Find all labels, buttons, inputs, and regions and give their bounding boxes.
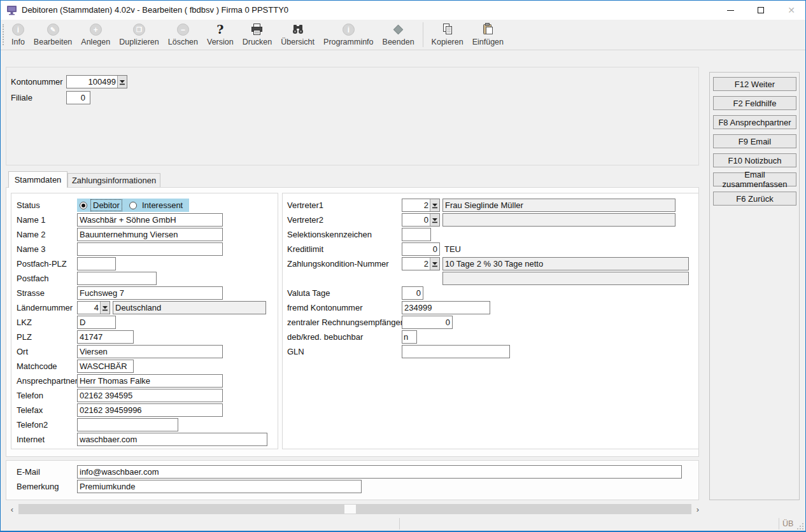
ansprechpartner-input[interactable] — [77, 374, 223, 388]
vertreter2-label: Vertreter2 — [287, 213, 323, 227]
maximize-icon — [758, 7, 764, 13]
telefon-label: Telefon — [17, 389, 43, 402]
toolbar-uebersicht-button[interactable]: Übersicht — [276, 20, 319, 50]
overwrite-mode-indicator: ÜB — [782, 516, 793, 531]
toolbar-anlegen-button[interactable]: + Anlegen — [76, 20, 115, 50]
debitor-radio[interactable] — [80, 202, 87, 209]
name1-input[interactable] — [77, 213, 223, 227]
filiale-label: Filiale — [11, 91, 32, 104]
name3-input[interactable] — [77, 242, 223, 256]
toolbar-bearbeiten-button[interactable]: ✎ Bearbeiten — [29, 20, 76, 50]
maximize-button[interactable] — [748, 1, 774, 20]
selektionskennzeichen-label: Selektionskennzeichen — [287, 228, 372, 241]
strasse-label: Strasse — [17, 286, 45, 300]
gln-input[interactable] — [402, 345, 510, 358]
postfach-input[interactable] — [77, 272, 157, 285]
laendernummer-dropdown-button[interactable] — [100, 302, 110, 314]
selektionskennzeichen-input[interactable] — [402, 228, 431, 241]
name3-label: Name 3 — [17, 242, 46, 256]
laendernummer-input[interactable] — [78, 302, 100, 314]
kreditlimit-input[interactable] — [402, 242, 440, 256]
valuta-tage-label: Valuta Tage — [287, 286, 330, 300]
scroll-left-button[interactable]: ‹ — [6, 504, 18, 514]
kontonummer-input[interactable] — [67, 76, 117, 88]
name1-label: Name 1 — [17, 213, 46, 227]
laendernummer-combo — [77, 301, 110, 314]
toolbar-beenden-button[interactable]: Beenden — [378, 20, 419, 50]
vertreter2-text-field — [442, 213, 675, 227]
telefon2-input[interactable] — [77, 418, 178, 431]
app-window: Debitoren (Stammdaten) 4.02v - Bearbeite… — [0, 0, 806, 532]
f12-weiter-button[interactable]: F12 Weiter — [713, 77, 796, 91]
vertreter1-dropdown-button[interactable] — [430, 199, 439, 211]
interessent-radio-label[interactable]: Interessent — [140, 200, 185, 211]
plz-input[interactable] — [77, 330, 134, 344]
close-button[interactable]: ✕ — [779, 1, 804, 20]
name2-input[interactable] — [77, 228, 223, 241]
toolbar-version-button[interactable]: ? Version — [202, 20, 238, 50]
plz-label: PLZ — [17, 330, 32, 344]
email-zusammenfassen-button[interactable]: Email zusammenfassen — [713, 172, 796, 186]
vertreter2-dropdown-button[interactable] — [430, 214, 439, 226]
f9-email-button[interactable]: F9 Email — [713, 134, 796, 148]
postfach-plz-input[interactable] — [77, 257, 116, 270]
matchcode-input[interactable] — [77, 360, 134, 373]
vertreter1-input[interactable] — [402, 199, 430, 211]
info-icon: i — [12, 24, 24, 36]
toolbar-einfuegen-button[interactable]: Einfügen — [468, 20, 508, 50]
toolbar-info-button[interactable]: i Info — [7, 20, 29, 50]
filiale-input[interactable] — [66, 91, 90, 104]
statusbar-separator — [399, 518, 400, 529]
f8-ansprechpartner-button[interactable]: F8 Ansprechpartner — [713, 115, 796, 129]
status-radio-group: Debitor Interessent — [77, 199, 189, 212]
scrollbar-thumb[interactable] — [344, 505, 356, 514]
kontonummer-dropdown-button[interactable] — [117, 76, 127, 88]
minimize-button[interactable] — [718, 1, 743, 20]
zentraler-rechnungsempfaenger-input[interactable] — [402, 316, 453, 329]
resize-grip[interactable] — [797, 523, 803, 529]
tab-stammdaten[interactable]: Stammdaten — [8, 171, 67, 188]
toolbar-loeschen-button[interactable]: − Löschen — [164, 20, 202, 50]
bemerkung-input[interactable] — [77, 480, 362, 493]
fremd-kontonummer-input[interactable] — [402, 301, 490, 314]
toolbar-gripper[interactable] — [3, 24, 4, 45]
interessent-radio[interactable] — [129, 202, 137, 209]
zahlungskondition-dropdown-button[interactable] — [430, 258, 439, 270]
plus-icon: + — [90, 24, 102, 36]
deb-kred-bebuchbar-input[interactable] — [402, 330, 417, 344]
email-input[interactable] — [77, 465, 682, 479]
valuta-tage-input[interactable] — [402, 286, 423, 300]
toolbar-drucken-button[interactable]: Drucken — [238, 20, 277, 50]
zahlungskondition-input[interactable] — [402, 258, 430, 270]
internet-input[interactable] — [77, 433, 267, 446]
telefax-input[interactable] — [77, 403, 223, 417]
toolbar-kopieren-button[interactable]: Kopieren — [427, 20, 468, 50]
status-bar: ÜB — [1, 516, 805, 531]
vertreter1-combo — [402, 199, 440, 212]
statusbar-separator — [779, 518, 779, 529]
ort-input[interactable] — [77, 345, 223, 358]
strasse-input[interactable] — [77, 286, 223, 300]
dropdown-icon — [432, 261, 438, 267]
duplicate-icon: ❐ — [133, 24, 145, 36]
close-icon: ✕ — [788, 5, 795, 15]
land-text-field — [113, 301, 266, 314]
zahlungskondition-text2-field — [442, 272, 689, 285]
f6-zurueck-button[interactable]: F6 Zurück — [713, 192, 796, 206]
vertreter2-input[interactable] — [402, 214, 430, 226]
zentraler-rechnungsempfaenger-label: zentraler Rechnungsempfänger — [287, 316, 403, 329]
f10-notizbuch-button[interactable]: F10 Notizbuch — [713, 153, 796, 167]
telefon-input[interactable] — [77, 389, 223, 402]
toolbar-separator — [423, 22, 423, 47]
tab-zahlungsinformationen[interactable]: Zahlungsinformationen — [67, 173, 160, 188]
debitor-radio-label[interactable]: Debitor — [90, 199, 122, 211]
dropdown-icon — [432, 202, 438, 209]
toolbar-duplizieren-button[interactable]: ❐ Duplizieren — [115, 20, 164, 50]
scroll-right-button[interactable]: › — [691, 504, 704, 514]
f2-feldhilfe-button[interactable]: F2 Feldhilfe — [713, 96, 796, 110]
internet-label: Internet — [17, 433, 45, 446]
window-title: Debitoren (Stammdaten) 4.02v - Bearbeite… — [22, 1, 288, 20]
edit-icon: ✎ — [47, 24, 59, 36]
toolbar-programminfo-button[interactable]: i Programminfo — [319, 20, 378, 50]
lkz-input[interactable] — [77, 316, 116, 329]
